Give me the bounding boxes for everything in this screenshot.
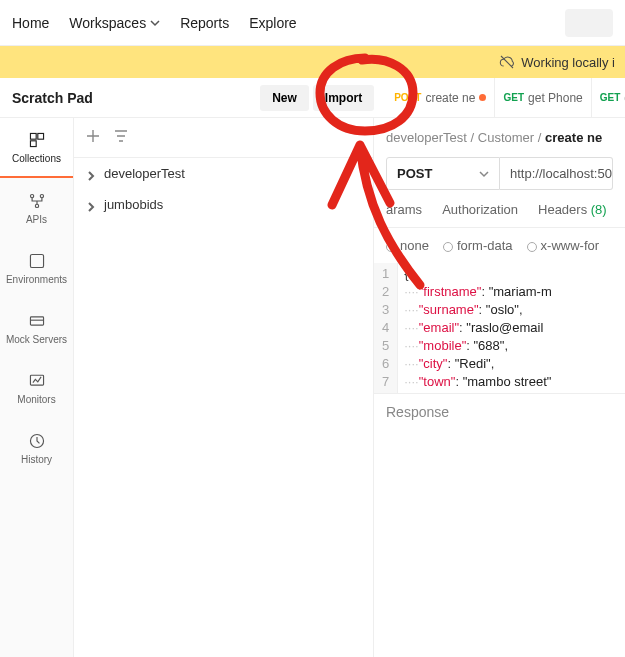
sidebar-item-apis[interactable]: APIs — [0, 178, 73, 238]
chevron-down-icon — [479, 169, 489, 179]
add-icon[interactable] — [86, 129, 100, 146]
header-row: Scratch Pad New Import POSTcreate neGETg… — [0, 78, 625, 118]
request-tab[interactable]: GETg — [592, 78, 625, 117]
nav-home[interactable]: Home — [12, 15, 49, 31]
collections-icon — [28, 131, 46, 149]
svg-point-3 — [30, 194, 33, 197]
collections-panel: developerTestjumbobids — [74, 118, 374, 657]
search-input[interactable] — [565, 9, 613, 37]
filter-icon[interactable] — [114, 129, 128, 146]
sidebar-item-collections[interactable]: Collections — [0, 118, 73, 178]
nav-workspaces[interactable]: Workspaces — [69, 15, 160, 31]
request-tabs: POSTcreate neGETget PhoneGETg — [386, 78, 625, 117]
svg-point-4 — [40, 194, 43, 197]
collection-item[interactable]: developerTest — [74, 158, 373, 189]
offline-banner: Working locally i — [0, 46, 625, 78]
tab-headers[interactable]: Headers (8) — [538, 202, 607, 217]
bodytype-form-data[interactable]: form-data — [443, 238, 513, 253]
top-nav: Home Workspaces Reports Explore — [0, 0, 625, 46]
nav-explore[interactable]: Explore — [249, 15, 296, 31]
left-sidebar: CollectionsAPIsEnvironmentsMock ServersM… — [0, 118, 74, 657]
history-icon — [28, 432, 46, 450]
method-select[interactable]: POST — [386, 157, 500, 190]
sidebar-item-history[interactable]: History — [0, 418, 73, 478]
mock-icon — [28, 312, 46, 330]
tab-authorization[interactable]: Authorization — [442, 202, 518, 217]
nav-reports[interactable]: Reports — [180, 15, 229, 31]
sidebar-item-mock servers[interactable]: Mock Servers — [0, 298, 73, 358]
url-input[interactable]: http://localhost:500 — [500, 157, 613, 190]
request-body-editor[interactable]: 1234567 {····"firstname": "mariam-m····"… — [374, 263, 625, 393]
svg-rect-6 — [30, 254, 43, 267]
sidebar-item-environments[interactable]: Environments — [0, 238, 73, 298]
bodytype-x-www-for[interactable]: x-www-for — [527, 238, 600, 253]
collection-item[interactable]: jumbobids — [74, 189, 373, 220]
svg-rect-0 — [30, 133, 36, 139]
monitors-icon — [28, 372, 46, 390]
chevron-right-icon — [86, 169, 96, 179]
svg-rect-1 — [37, 133, 43, 139]
sidebar-item-monitors[interactable]: Monitors — [0, 358, 73, 418]
import-button[interactable]: Import — [313, 85, 374, 111]
env-icon — [28, 252, 46, 270]
cloud-off-icon — [499, 54, 515, 70]
body-type-row: noneform-datax-www-for — [374, 228, 625, 263]
chevron-right-icon — [86, 200, 96, 210]
request-tab[interactable]: GETget Phone — [495, 78, 591, 117]
svg-rect-8 — [30, 375, 43, 385]
apis-icon — [28, 192, 46, 210]
tab-params[interactable]: arams — [386, 202, 422, 217]
request-content: developerTest / Customer / create ne POS… — [374, 118, 625, 657]
svg-point-5 — [35, 204, 38, 207]
bodytype-none[interactable]: none — [386, 238, 429, 253]
svg-rect-2 — [30, 140, 36, 146]
svg-rect-7 — [30, 316, 43, 324]
scratchpad-title: Scratch Pad — [0, 90, 260, 106]
new-button[interactable]: New — [260, 85, 309, 111]
chevron-down-icon — [150, 18, 160, 28]
request-subtabs: arams Authorization Headers (8) — [374, 202, 625, 228]
response-panel: Response — [374, 393, 625, 430]
request-tab[interactable]: POSTcreate ne — [386, 78, 495, 117]
breadcrumb: developerTest / Customer / create ne — [374, 118, 625, 145]
